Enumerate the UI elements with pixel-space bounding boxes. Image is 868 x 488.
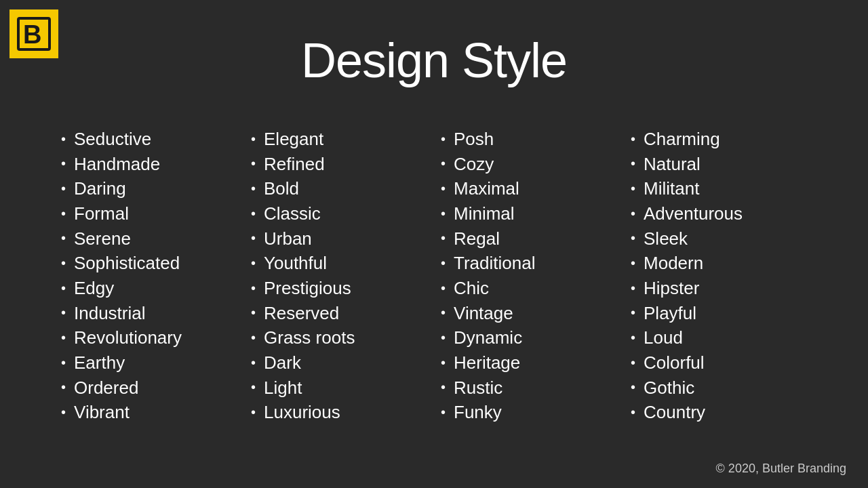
column-2: ElegantRefinedBoldClassicUrbanYouthfulPr… xyxy=(244,129,434,427)
list-item: Bold xyxy=(251,178,427,199)
list-item: Elegant xyxy=(251,129,427,150)
list-item: Daring xyxy=(61,178,237,199)
list-item: Country xyxy=(631,402,807,423)
list-item: Modern xyxy=(631,253,807,274)
list-2: ElegantRefinedBoldClassicUrbanYouthfulPr… xyxy=(251,129,427,423)
list-item: Light xyxy=(251,378,427,399)
list-item: Revolutionary xyxy=(61,327,237,348)
list-item: Natural xyxy=(631,154,807,175)
content-area: SeductiveHandmadeDaringFormalSereneSophi… xyxy=(0,102,868,427)
list-item: Grass roots xyxy=(251,327,427,348)
column-3: PoshCozyMaximalMinimalRegalTraditionalCh… xyxy=(434,129,624,427)
list-item: Militant xyxy=(631,178,807,199)
list-item: Regal xyxy=(441,228,617,249)
list-item: Maximal xyxy=(441,178,617,199)
list-item: Loud xyxy=(631,327,807,348)
list-item: Urban xyxy=(251,228,427,249)
list-item: Sleek xyxy=(631,228,807,249)
column-1: SeductiveHandmadeDaringFormalSereneSophi… xyxy=(54,129,244,427)
list-item: Heritage xyxy=(441,352,617,373)
list-item: Sophisticated xyxy=(61,253,237,274)
list-item: Cozy xyxy=(441,154,617,175)
list-item: Vintage xyxy=(441,303,617,324)
list-3: PoshCozyMaximalMinimalRegalTraditionalCh… xyxy=(441,129,617,423)
logo-box: B xyxy=(9,9,58,58)
list-item: Ordered xyxy=(61,378,237,399)
list-item: Reserved xyxy=(251,303,427,324)
list-item: Serene xyxy=(61,228,237,249)
list-item: Adventurous xyxy=(631,203,807,224)
list-item: Edgy xyxy=(61,278,237,299)
list-item: Traditional xyxy=(441,253,617,274)
list-item: Posh xyxy=(441,129,617,150)
list-item: Refined xyxy=(251,154,427,175)
list-item: Dark xyxy=(251,352,427,373)
list-item: Funky xyxy=(441,402,617,423)
list-item: Dynamic xyxy=(441,327,617,348)
list-item: Chic xyxy=(441,278,617,299)
column-4: CharmingNaturalMilitantAdventurousSleekM… xyxy=(624,129,814,427)
footer-text: © 2020, Butler Branding xyxy=(716,462,846,476)
list-item: Gothic xyxy=(631,378,807,399)
list-item: Formal xyxy=(61,203,237,224)
list-item: Hipster xyxy=(631,278,807,299)
list-item: Industrial xyxy=(61,303,237,324)
svg-text:B: B xyxy=(23,20,41,49)
list-4: CharmingNaturalMilitantAdventurousSleekM… xyxy=(631,129,807,423)
list-item: Luxurious xyxy=(251,402,427,423)
list-item: Youthful xyxy=(251,253,427,274)
list-item: Prestigious xyxy=(251,278,427,299)
list-1: SeductiveHandmadeDaringFormalSereneSophi… xyxy=(61,129,237,423)
list-item: Vibrant xyxy=(61,402,237,423)
list-item: Handmade xyxy=(61,154,237,175)
list-item: Classic xyxy=(251,203,427,224)
list-item: Playful xyxy=(631,303,807,324)
list-item: Charming xyxy=(631,129,807,150)
list-item: Earthy xyxy=(61,352,237,373)
list-item: Seductive xyxy=(61,129,237,150)
list-item: Minimal xyxy=(441,203,617,224)
page-title: Design Style xyxy=(0,0,868,88)
logo-icon: B xyxy=(16,16,52,52)
list-item: Colorful xyxy=(631,352,807,373)
list-item: Rustic xyxy=(441,378,617,399)
